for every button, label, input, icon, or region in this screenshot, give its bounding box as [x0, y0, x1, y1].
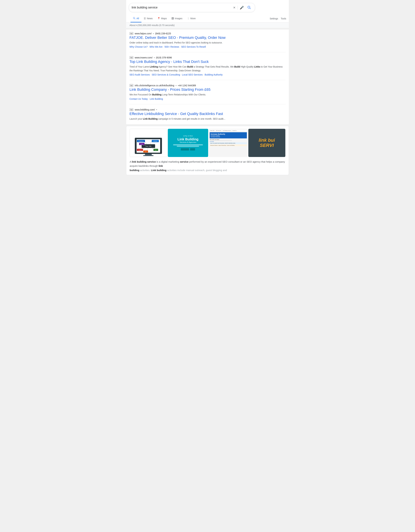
svg-text:Blogs: Blogs — [141, 143, 143, 145]
sep7: · — [148, 98, 149, 100]
ad-fatjoe: Ad www.fatjoe.com/ ▾ (949) 239-6225 FATJ… — [129, 32, 286, 52]
knowledge-text: A link building service is a digital mar… — [130, 160, 285, 168]
tab-more[interactable]: ⋮ More — [185, 15, 198, 22]
image-1[interactable]: Your Site Infographs Articles Blogs Vide… — [130, 129, 167, 157]
tab-news-label: News — [147, 17, 153, 20]
more-dots-icon: ⋮ — [187, 17, 189, 20]
svg-text:Your Site: Your Site — [145, 145, 151, 147]
nav-tabs-row: All ☰ News 📍 Maps 🖼 Images ⋮ More Settin… — [129, 15, 286, 22]
ad1-sitelinks: Why Choose Us? · Who We Are · 500+ Revie… — [129, 46, 286, 48]
sep4: · — [150, 73, 151, 76]
microphone-icon[interactable]: 🎤 — [240, 6, 244, 10]
ad3-desc: We Are Focussed On Building Long-Term Re… — [129, 93, 286, 96]
ad1-sitelink-3[interactable]: 500+ Reviews — [164, 46, 179, 48]
ad1-sitelink-2[interactable]: Who We Are — [150, 46, 163, 48]
search-bar-row: ✕ 🎤 — [129, 2, 286, 13]
image2-pretitle: noTop 10 Best — [183, 135, 193, 137]
image-4[interactable]: link buiSERVI — [248, 129, 286, 157]
ad3-sitelink-2[interactable]: Link Building — [150, 98, 163, 100]
image-section: Your Site Infographs Articles Blogs Vide… — [126, 126, 289, 175]
svg-text:SEO: SEO — [145, 151, 147, 152]
ad4-meta: Ad www.linklifting.com/ ▾ — [129, 108, 286, 111]
ad2-desc: Tired of Your Lame Linking Agency? See H… — [129, 65, 286, 72]
tab-all[interactable]: All — [130, 15, 141, 22]
ad1-desc: Order online today and track in dashboar… — [129, 41, 286, 45]
knowledge-snippet: A link building service is a digital mar… — [130, 157, 285, 172]
svg-line-3 — [135, 19, 135, 19]
ad4-dropdown-icon[interactable]: ▾ — [156, 109, 157, 111]
ad2-sitelink-3[interactable]: Local SEO Services — [182, 73, 203, 76]
svg-text:Articles: Articles — [153, 141, 157, 142]
ad2-sitelink-1[interactable]: SEO Audit Services — [129, 73, 150, 76]
ad4-badge: Ad — [129, 108, 133, 111]
ad3-phone: +44 1242 644389 — [178, 84, 196, 87]
images-icon: 🖼 — [172, 17, 174, 20]
image2-title: Link Building — [177, 137, 199, 141]
ad2-title[interactable]: Top Link Building Agency - Links That Do… — [129, 60, 286, 64]
ad3-dropdown-icon[interactable]: ▾ — [176, 85, 176, 86]
search-box[interactable]: ✕ 🎤 — [129, 3, 255, 12]
ad4-desc: Launch your Link Building campaign in 5 … — [129, 117, 286, 121]
ad1-meta: Ad www.fatjoe.com/ ▾ (949) 239-6225 — [129, 32, 286, 35]
settings-link[interactable]: Settings — [270, 17, 278, 20]
tools-link[interactable]: Tools — [281, 17, 286, 20]
tab-news[interactable]: ☰ News — [141, 15, 155, 22]
sep1: · — [148, 46, 149, 48]
ad1-title[interactable]: FATJOE. Deliver Better SEO - Premium Qua… — [129, 36, 286, 40]
ad-inseev: Ad www.inseev.com/ ▾ (619) 378-9096 Top … — [129, 56, 286, 80]
svg-text:Videos: Videos — [138, 150, 142, 151]
svg-line-1 — [250, 8, 251, 9]
search-button[interactable] — [246, 5, 252, 10]
sep2: · — [163, 46, 164, 48]
nav-tabs: All ☰ News 📍 Maps 🖼 Images ⋮ More — [129, 15, 198, 22]
svg-rect-6 — [145, 154, 152, 155]
svg-rect-7 — [143, 155, 153, 156]
ad3-sitelinks: Contact Us Today · Link Building — [129, 98, 286, 100]
ads-container: Ad www.fatjoe.com/ ▾ (949) 239-6225 FATJ… — [126, 29, 289, 124]
maps-icon: 📍 — [157, 17, 160, 20]
clear-icon[interactable]: ✕ — [233, 6, 236, 10]
ad2-phone: (619) 378-9096 — [156, 56, 172, 59]
knowledge-text-2: building activities. Link building activ… — [130, 168, 285, 172]
ad2-sitelink-4[interactable]: Building Authority — [205, 73, 222, 76]
search-icons: ✕ 🎤 — [233, 5, 252, 10]
ad4-title[interactable]: Effective Linkbuilding Service - Get Qua… — [129, 112, 286, 116]
news-icon: ☰ — [144, 17, 146, 20]
image-3[interactable]: Stellar SEO | SEO Services | Link Buildi… — [209, 129, 248, 157]
image-2[interactable]: noTop 10 Best Link Building Services & A… — [168, 129, 208, 157]
link-diagram-svg: Your Site Infographs Articles Blogs Vide… — [130, 129, 167, 157]
ad-linklifting: Ad www.linklifting.com/ ▾ Effective Link… — [129, 108, 286, 121]
tab-maps[interactable]: 📍 Maps — [155, 15, 169, 22]
ad2-dropdown-icon[interactable]: ▾ — [154, 57, 155, 58]
ad2-meta: Ad www.inseev.com/ ▾ (619) 378-9096 — [129, 56, 286, 59]
sep3: · — [180, 46, 180, 48]
sep5: · — [181, 73, 181, 76]
ad2-sitelink-2[interactable]: SEO Services & Consulting — [152, 73, 180, 76]
image4-text: link buiSERVI — [257, 136, 276, 149]
ad1-dropdown-icon[interactable]: ▾ — [153, 33, 154, 35]
ad-clickintelligence: Ad info.clickintelligence.co.uk/link/bui… — [129, 84, 286, 104]
tab-maps-label: Maps — [161, 17, 167, 20]
tab-images-label: Images — [175, 17, 183, 20]
search-input[interactable] — [132, 6, 233, 9]
tab-all-label: All — [136, 17, 139, 20]
ad3-url[interactable]: info.clickintelligence.co.uk/link/buildi… — [135, 84, 174, 87]
sep6: · — [203, 73, 204, 76]
ad1-badge: Ad — [129, 32, 133, 35]
tab-more-label: More — [190, 17, 196, 20]
header: ✕ 🎤 All — [126, 0, 289, 23]
ad1-sitelink-1[interactable]: Why Choose Us? — [129, 46, 148, 48]
results-info: About 4,550,000,000 results (0.70 second… — [126, 23, 289, 28]
ad1-url[interactable]: www.fatjoe.com/ — [135, 32, 152, 35]
ad2-badge: Ad — [129, 56, 133, 59]
ad3-meta: Ad info.clickintelligence.co.uk/link/bui… — [129, 84, 286, 87]
ad2-url[interactable]: www.inseev.com/ — [135, 56, 152, 59]
ad1-sitelink-4[interactable]: SEO Services To Resell — [181, 46, 206, 48]
ad3-sitelink-1[interactable]: Contact Us Today — [129, 98, 148, 100]
image2-subtitle: Services & Agencies — [180, 141, 196, 143]
svg-text:PR: PR — [155, 150, 156, 151]
tab-images[interactable]: 🖼 Images — [169, 15, 185, 22]
settings-tools: Settings Tools — [270, 15, 286, 22]
ad3-title[interactable]: Link Building Company - Prices Starting … — [129, 87, 286, 92]
ad4-url[interactable]: www.linklifting.com/ — [135, 108, 155, 111]
